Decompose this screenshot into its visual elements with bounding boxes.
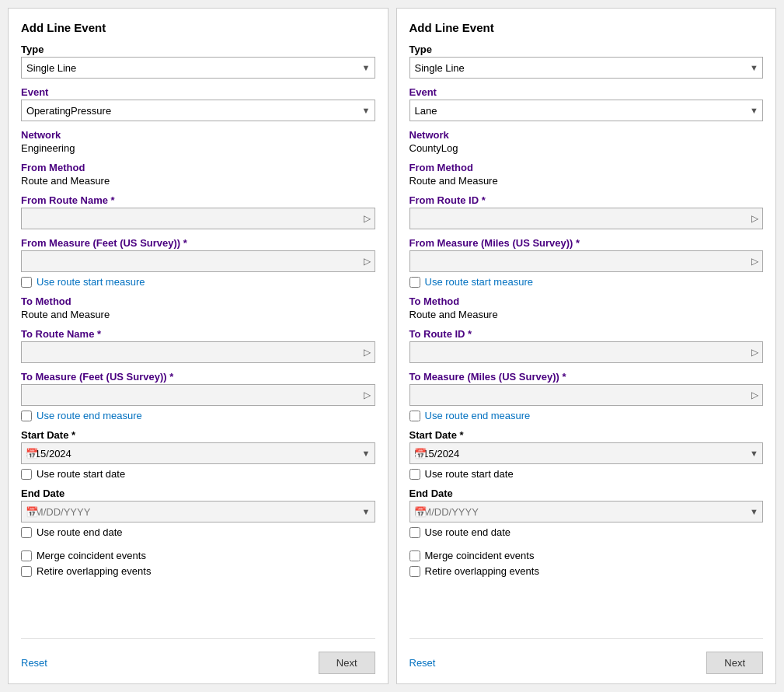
from-measure-input-right[interactable] [409,250,764,272]
use-route-start-measure-label-right: Use route start measure [425,276,533,288]
to-measure-input-right[interactable] [409,384,764,406]
from-route-id-icon-right[interactable]: ▷ [751,213,758,224]
to-route-name-input-left[interactable] [21,341,375,363]
from-measure-icon-left[interactable]: ▷ [364,256,371,267]
start-date-input-left[interactable] [21,442,375,464]
next-button-left[interactable]: Next [319,652,375,674]
from-measure-input-left[interactable] [21,250,375,272]
use-route-start-date-row-right: Use route start date [409,468,764,480]
event-select-left[interactable]: OperatingPressure [21,100,375,121]
panel-left: Add Line Event Type Single Line ▼ Event … [8,8,389,684]
use-route-end-date-checkbox-right[interactable] [409,527,420,538]
from-route-id-label-right: From Route ID * [409,194,764,206]
start-date-arrow-left[interactable]: ▼ [362,449,371,458]
panel-right: Add Line Event Type Single Line ▼ Event … [396,8,777,684]
to-method-label-left: To Method [21,295,375,307]
to-route-id-input-right[interactable] [409,341,764,363]
merge-coincident-row-right: Merge coincident events [409,550,764,561]
from-route-name-input-left[interactable] [21,208,375,229]
to-method-label-right: To Method [409,295,764,307]
type-select-right[interactable]: Single Line [409,57,764,79]
to-route-name-group-left: To Route Name * ▷ [21,328,375,363]
event-field-group-right: Event Lane ▼ [409,86,764,121]
from-method-value-right: Route and Measure [409,175,764,187]
end-date-input-right[interactable] [409,501,764,522]
to-measure-group-left: To Measure (Feet (US Survey)) * ▷ Use ro… [21,371,375,421]
type-field-group-right: Type Single Line ▼ [409,44,764,79]
from-route-id-input-wrapper-right: ▷ [409,208,764,229]
use-route-end-date-checkbox-left[interactable] [21,527,32,538]
to-route-name-icon-left[interactable]: ▷ [364,347,371,358]
panel-right-footer: Reset Next [409,638,764,674]
type-label-left: Type [21,44,375,55]
network-field-group-right: Network CountyLog [409,129,764,154]
end-date-arrow-left[interactable]: ▼ [362,507,371,516]
end-date-calendar-icon-right: 📅 [414,506,427,518]
end-date-wrapper-right: 📅 ▼ [409,501,764,522]
network-field-group-left: Network Engineering [21,129,375,154]
to-measure-input-wrapper-left: ▷ [21,384,375,406]
to-measure-input-left[interactable] [21,384,375,406]
to-route-name-label-left: To Route Name * [21,328,375,340]
network-label-right: Network [409,129,764,141]
from-measure-input-wrapper-right: ▷ [409,250,764,272]
use-route-start-measure-checkbox-right[interactable] [409,277,420,288]
start-date-label-left: Start Date * [21,429,375,441]
from-measure-input-wrapper-left: ▷ [21,250,375,272]
use-route-end-measure-checkbox-left[interactable] [21,411,32,421]
event-label-left: Event [21,86,375,98]
from-measure-icon-right[interactable]: ▷ [751,256,758,267]
retire-overlapping-label-right: Retire overlapping events [425,565,539,577]
type-select-wrapper-right: Single Line ▼ [409,57,764,79]
to-measure-group-right: To Measure (Miles (US Survey)) * ▷ Use r… [409,371,764,421]
from-method-label-right: From Method [409,162,764,173]
from-measure-label-right: From Measure (Miles (US Survey)) * [409,237,764,249]
use-route-end-measure-checkbox-right[interactable] [409,411,420,421]
start-date-wrapper-left: 📅 ▼ [21,442,375,464]
start-date-arrow-right[interactable]: ▼ [750,449,758,458]
merge-coincident-checkbox-left[interactable] [21,550,32,561]
from-route-id-group-right: From Route ID * ▷ [409,194,764,229]
from-route-name-icon-left[interactable]: ▷ [364,213,371,224]
to-method-group-right: To Method Route and Measure [409,295,764,320]
start-date-calendar-icon-right: 📅 [414,448,427,460]
retire-overlapping-checkbox-right[interactable] [409,566,420,577]
use-route-end-date-row-right: Use route end date [409,526,764,538]
use-route-start-measure-label-left: Use route start measure [37,276,145,288]
retire-overlapping-row-right: Retire overlapping events [409,565,764,577]
network-value-left: Engineering [21,142,375,154]
use-route-start-measure-checkbox-left[interactable] [21,277,32,288]
to-measure-icon-left[interactable]: ▷ [364,390,371,400]
from-route-id-input-right[interactable] [409,208,764,229]
use-route-start-date-checkbox-left[interactable] [21,469,32,480]
reset-link-right[interactable]: Reset [409,657,436,669]
to-measure-icon-right[interactable]: ▷ [751,390,758,400]
type-select-left[interactable]: Single Line [21,57,375,79]
type-field-group-left: Type Single Line ▼ [21,44,375,79]
end-date-group-right: End Date 📅 ▼ Use route end date [409,488,764,538]
merge-coincident-checkbox-right[interactable] [409,550,420,561]
merge-retire-group-left: Merge coincident events Retire overlappi… [21,546,375,577]
type-label-right: Type [409,44,764,55]
panel-left-title: Add Line Event [21,21,375,34]
use-route-start-date-checkbox-right[interactable] [409,469,420,480]
use-route-end-measure-row-left: Use route end measure [21,410,375,421]
reset-link-left[interactable]: Reset [21,657,47,669]
end-date-group-left: End Date 📅 ▼ Use route end date [21,488,375,538]
to-route-id-icon-right[interactable]: ▷ [751,347,758,358]
next-button-right[interactable]: Next [706,652,763,674]
use-route-end-measure-label-right: Use route end measure [425,410,531,421]
retire-overlapping-checkbox-left[interactable] [21,566,32,577]
merge-coincident-label-left: Merge coincident events [37,550,146,561]
end-date-arrow-right[interactable]: ▼ [750,507,758,516]
use-route-end-date-label-left: Use route end date [37,526,123,538]
end-date-input-left[interactable] [21,501,375,522]
to-route-id-label-right: To Route ID * [409,328,764,340]
panel-right-title: Add Line Event [409,21,764,34]
event-select-right[interactable]: Lane [409,100,764,121]
use-route-end-measure-row-right: Use route end measure [409,410,764,421]
to-measure-label-right: To Measure (Miles (US Survey)) * [409,371,764,383]
start-date-input-right[interactable] [409,442,764,464]
from-measure-group-right: From Measure (Miles (US Survey)) * ▷ Use… [409,237,764,288]
start-date-group-left: Start Date * 📅 ▼ Use route start date [21,429,375,480]
